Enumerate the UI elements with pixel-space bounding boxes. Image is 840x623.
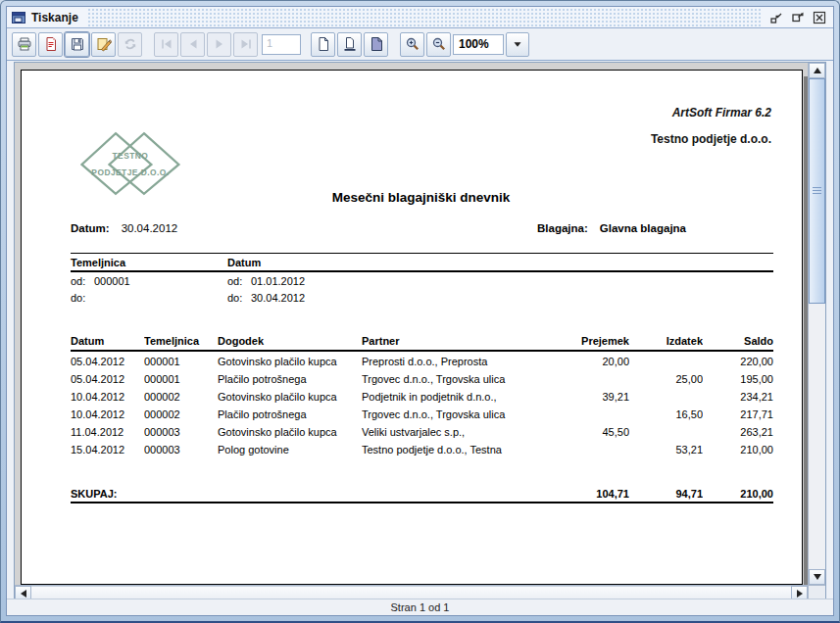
last-page-icon [238, 36, 254, 52]
company-name: Testno podjetje d.o.o. [651, 132, 771, 146]
cell: Gotovinsko plačilo kupca [218, 422, 362, 440]
zoom-dropdown-button[interactable] [506, 32, 529, 57]
close-button[interactable] [812, 10, 827, 25]
zoom-in-button[interactable] [400, 32, 424, 57]
table-row: 15.04.2012 000003 Polog gotovine Testno … [71, 440, 773, 457]
navigation-group: 1 [154, 32, 301, 57]
zoom-level-field[interactable]: 100% [453, 34, 504, 55]
single-page-button[interactable] [311, 32, 335, 57]
totals-row: SKUPAJ: 104,71 94,71 210,00 [71, 484, 773, 503]
date-label: Datum: [71, 222, 110, 234]
cell: 000001 [144, 369, 218, 387]
window-title: Tiskanje [31, 11, 78, 24]
next-page-button[interactable] [207, 32, 231, 57]
report-page: TESTNO PODJETJE D.O.O. ArtSoft Firmar 6.… [21, 70, 803, 585]
table-row: 11.04.2012 000003 Gotovinsko plačilo kup… [71, 422, 773, 440]
filter-row: od:000001 od:01.01.2012 [71, 272, 773, 289]
page-status-text: Stran 1 od 1 [391, 601, 450, 613]
vertical-scrollbar-track[interactable] [809, 304, 825, 569]
cell: Podjetnik in podjetnik d.n.o., [362, 387, 561, 405]
window-controls [763, 7, 833, 27]
cell: 05.04.2012 [71, 352, 144, 369]
cell: 16,50 [629, 405, 703, 422]
window-icon [11, 10, 26, 25]
cell: 234,21 [703, 387, 773, 405]
cell [629, 352, 703, 369]
scroll-up-button[interactable] [809, 63, 825, 78]
column-header-dogodek: Dogodek [218, 332, 362, 350]
cell: 25,00 [629, 369, 703, 387]
horizontal-scrollbar[interactable] [15, 585, 808, 599]
column-header-saldo: Saldo [703, 332, 773, 350]
cell: do:30.04.2012 [227, 289, 773, 306]
fit-width-button[interactable] [337, 32, 362, 57]
cell: 000002 [144, 405, 218, 422]
left-arrow-icon [21, 590, 26, 598]
print-preview-window: Tiskanje [0, 0, 840, 623]
table-row: 05.04.2012 000001 Plačilo potrošnega Trg… [71, 369, 773, 387]
cell: od:000001 [71, 272, 227, 289]
cell: Veliki ustvarjalec s.p., [362, 422, 561, 440]
first-page-button[interactable] [154, 32, 178, 57]
cell [561, 440, 629, 457]
full-page-button[interactable] [364, 32, 388, 57]
save-button[interactable] [65, 32, 89, 57]
scroll-right-button[interactable] [791, 586, 808, 599]
titlebar-left: Tiskanje [7, 7, 86, 27]
vertical-scrollbar[interactable] [808, 63, 825, 585]
zoom-group: 100% [400, 32, 531, 57]
maximize-button[interactable] [790, 10, 806, 25]
zoom-out-button[interactable] [426, 32, 451, 57]
down-arrow-icon [814, 574, 821, 580]
date-value: 30.04.2012 [122, 222, 178, 234]
table-row: 10.04.2012 000002 Plačilo potrošnega Trg… [71, 405, 773, 422]
pdf-export-button[interactable] [38, 32, 63, 57]
column-header-prejemek: Prejemek [561, 332, 629, 350]
filter-header-row: Temeljnica Datum [71, 254, 773, 272]
column-header-temeljnica: Temeljnica [144, 332, 218, 350]
cell: 195,00 [703, 369, 773, 387]
pdf-export-icon [43, 36, 59, 52]
journal-table: Datum Temeljnica Dogodek Partner Prejeme… [71, 332, 773, 503]
cell: 20,00 [561, 352, 629, 369]
edit-button[interactable] [91, 32, 116, 57]
report-title: Mesečni blagajniški dnevnik [71, 190, 771, 205]
scroll-left-button[interactable] [15, 586, 31, 599]
refresh-button[interactable] [118, 32, 142, 57]
last-page-button[interactable] [233, 32, 258, 57]
cell: Plačilo potrošnega [218, 405, 362, 422]
horizontal-scrollbar-track[interactable] [31, 586, 791, 599]
column-header-datum: Datum [71, 332, 144, 350]
company-logo: TESTNO PODJETJE D.O.O. [74, 127, 184, 200]
zoom-out-icon [431, 36, 447, 52]
table-row: 10.04.2012 000002 Gotovinsko plačilo kup… [71, 387, 773, 405]
cell: Gotovinsko plačilo kupca [218, 387, 362, 405]
toolbar: 1 100 [7, 28, 833, 61]
column-header-datum: Datum [227, 254, 773, 270]
total-prejemek: 104,71 [561, 484, 629, 502]
scroll-down-button[interactable] [809, 569, 825, 585]
titlebar-texture [86, 7, 763, 27]
cell: 210,00 [703, 440, 773, 457]
vertical-scrollbar-thumb[interactable] [809, 78, 825, 304]
register-value: Glavna blagajna [600, 222, 686, 234]
logo-text-line1: TESTNO [113, 151, 149, 161]
cell: 000002 [144, 387, 218, 405]
page-number-field[interactable]: 1 [262, 34, 301, 55]
scrollbar-grip-icon [813, 187, 821, 195]
right-arrow-icon [797, 590, 803, 598]
cell: od:01.01.2012 [227, 272, 773, 289]
titlebar[interactable]: Tiskanje [7, 7, 833, 28]
fit-width-icon [342, 36, 358, 52]
minimize-button[interactable] [768, 10, 784, 25]
previous-page-button[interactable] [180, 32, 205, 57]
cell [629, 387, 703, 405]
edit-icon [96, 36, 112, 52]
preview-pane-wrap: TESTNO PODJETJE D.O.O. ArtSoft Firmar 6.… [7, 61, 833, 599]
cell: 000001 [144, 352, 218, 369]
report-date: Datum:30.04.2012 [71, 222, 177, 234]
print-button[interactable] [12, 32, 36, 57]
report-meta-row: Datum:30.04.2012 Blagajna:Glavna blagajn… [71, 222, 771, 234]
column-header-partner: Partner [362, 332, 561, 350]
cell: 263,21 [703, 422, 773, 440]
